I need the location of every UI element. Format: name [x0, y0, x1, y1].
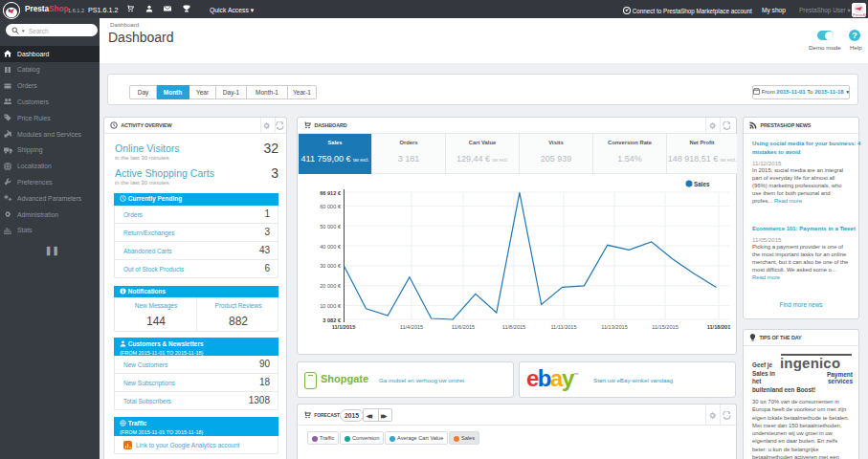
svg-text:50 000 €: 50 000 € — [320, 224, 342, 230]
svg-text:20 000 €: 20 000 € — [320, 283, 342, 289]
svg-text:11/4/2015: 11/4/2015 — [400, 324, 423, 330]
svg-text:11/1/2015: 11/1/2015 — [332, 324, 356, 330]
svg-text:3 082 €: 3 082 € — [323, 317, 342, 323]
svg-text:11/15/2015: 11/15/2015 — [652, 324, 679, 330]
svg-text:11/11/2015: 11/11/2015 — [550, 324, 576, 330]
svg-text:PrestaShop: PrestaShop — [853, 13, 866, 17]
svg-text:11/6/2015: 11/6/2015 — [452, 324, 475, 330]
svg-text:11/8/2015: 11/8/2015 — [502, 324, 525, 330]
svg-text:10 000 €: 10 000 € — [320, 303, 342, 309]
svg-text:40 000 €: 40 000 € — [320, 244, 342, 250]
svg-text:11/13/2015: 11/13/2015 — [601, 324, 628, 330]
svg-text:Sales: Sales — [694, 181, 710, 187]
svg-text:30 000 €: 30 000 € — [320, 263, 342, 269]
svg-text:11/18/201: 11/18/201 — [707, 324, 731, 330]
svg-text:60 000 €: 60 000 € — [320, 204, 342, 209]
svg-text:66 912 €: 66 912 € — [320, 190, 342, 196]
